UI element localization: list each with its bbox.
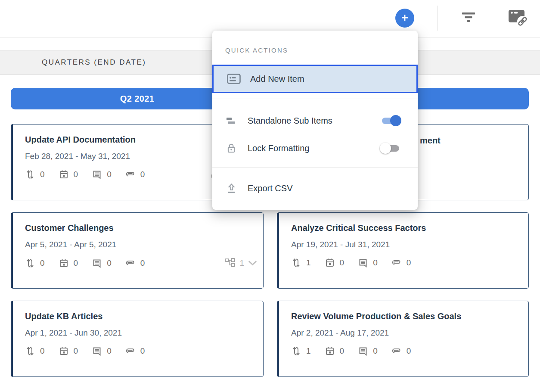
card-dates: Apr 1, 2021 - Jun 30, 2021: [25, 328, 258, 338]
filter-button[interactable]: [457, 9, 480, 28]
swap-arrows-icon: [291, 258, 301, 268]
lock-formatting-toggle[interactable]: [380, 142, 401, 154]
roadmap-card[interactable]: Customer Challenges Apr 5, 2021 - Apr 5,…: [11, 212, 264, 289]
comment-icon: [92, 169, 102, 180]
linked-items-count: 1: [291, 346, 311, 356]
calendar-icon: [59, 258, 69, 268]
paperclip-icon: [391, 258, 402, 268]
roadmap-card[interactable]: Update KB Articles Apr 1, 2021 - Jun 30,…: [11, 301, 264, 377]
attachments-count: 0: [125, 346, 145, 356]
swap-arrows-icon: [25, 346, 35, 356]
linked-items-count: 1: [291, 258, 311, 268]
linked-items-count: 0: [25, 258, 45, 268]
export-upload-icon: [224, 183, 238, 194]
attachments-count: 0: [125, 169, 145, 180]
calendar-count: 0: [59, 169, 78, 180]
calendar-icon: [59, 346, 69, 356]
swap-arrows-icon: [25, 258, 35, 268]
attachments-count: 0: [391, 258, 411, 268]
linked-items-count: 0: [25, 169, 45, 180]
add-button[interactable]: [395, 9, 414, 28]
menu-item-label: Standalone Sub Items: [248, 116, 370, 126]
comment-icon: [358, 258, 368, 268]
quick-actions-header: QUICK ACTIONS: [212, 31, 418, 65]
paperclip-icon: [125, 258, 136, 268]
comments-count: 0: [92, 258, 112, 268]
swap-arrows-icon: [291, 346, 301, 356]
sub-items-tree-icon: [225, 258, 236, 268]
paperclip-icon: [125, 346, 136, 356]
card-footer: 1 0: [291, 346, 523, 356]
comment-icon: [358, 346, 368, 356]
paperclip-icon: [391, 346, 402, 356]
calendar-icon: [325, 258, 335, 268]
card-title: Review Volume Production & Sales Goals: [291, 311, 523, 321]
menu-item-add-new-item[interactable]: Add New Item: [212, 65, 418, 93]
board-link-button[interactable]: [504, 6, 530, 30]
board-link-icon: [505, 8, 528, 29]
attachments-count: 0: [125, 258, 145, 268]
card-dates: Apr 2, 2021 - Aug 17, 2021: [291, 328, 523, 338]
calendar-count: 0: [59, 258, 78, 268]
card-footer: 0 0: [25, 258, 258, 268]
menu-item-lock-formatting[interactable]: Lock Formatting: [224, 134, 401, 162]
attachments-count: 0: [391, 346, 411, 356]
comments-count: 0: [358, 346, 378, 356]
menu-item-export-csv[interactable]: Export CSV: [224, 174, 401, 202]
card-title: Update KB Articles: [25, 311, 258, 321]
calendar-count: 0: [59, 346, 78, 356]
roadmap-app-screen: QUARTERS (END DATE) Q2 2021 Update API D…: [0, 0, 540, 392]
card-title: Customer Challenges: [25, 223, 258, 233]
menu-item-label: Lock Formatting: [248, 143, 370, 153]
sub-items-icon: [224, 115, 238, 127]
comments-count: 0: [92, 346, 112, 356]
calendar-icon: [325, 346, 335, 356]
sub-items-count: 1: [239, 258, 244, 268]
calendar-count: 0: [325, 258, 344, 268]
card-dates: Apr 19, 2021 - Jul 31, 2021: [291, 240, 523, 249]
card-dates: Apr 5, 2021 - Apr 5, 2021: [25, 240, 258, 249]
swap-arrows-icon: [25, 169, 35, 180]
card-title-clipped: ment: [420, 136, 441, 146]
comment-icon: [92, 258, 102, 268]
linked-items-count: 0: [25, 346, 45, 356]
add-item-card-icon: [227, 74, 241, 84]
quarters-header-label: QUARTERS (END DATE): [42, 50, 146, 75]
quick-actions-menu: QUICK ACTIONS Add New Item: [212, 31, 418, 210]
chevron-down-icon: [248, 260, 257, 266]
plus-icon: [400, 13, 409, 23]
paperclip-icon: [125, 169, 136, 180]
menu-item-standalone-sub-items[interactable]: Standalone Sub Items: [224, 107, 401, 134]
card-title: Analyze Critical Success Factors: [291, 223, 523, 233]
topbar-divider: [437, 6, 438, 31]
sub-items-toggle[interactable]: 1: [225, 258, 258, 268]
menu-item-label: Add New Item: [250, 74, 416, 84]
calendar-count: 0: [325, 346, 344, 356]
quarter-pill-label: Q2 2021: [120, 94, 155, 104]
roadmap-card[interactable]: Analyze Critical Success Factors Apr 19,…: [277, 212, 529, 289]
filter-icon: [462, 12, 475, 24]
card-footer: 0 0: [25, 346, 258, 356]
comment-icon: [92, 346, 102, 356]
standalone-sub-items-toggle[interactable]: [380, 115, 401, 127]
lock-icon: [224, 143, 238, 154]
calendar-icon: [59, 169, 69, 180]
card-footer: 1 0: [291, 258, 523, 268]
comments-count: 0: [358, 258, 378, 268]
menu-item-label: Export CSV: [248, 184, 401, 193]
roadmap-card[interactable]: Review Volume Production & Sales Goals A…: [277, 301, 529, 377]
comments-count: 0: [92, 169, 112, 180]
